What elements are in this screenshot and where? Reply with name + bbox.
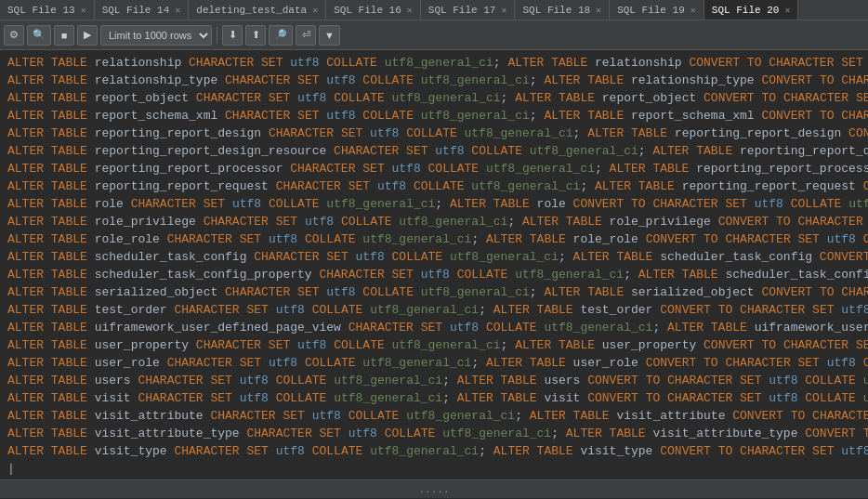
magnify-icon: 🔎 [274,29,287,41]
table-row: ALTER TABLE visit_type CHARACTER SET utf… [0,442,868,460]
tab-label: SQL File 17 [428,5,496,16]
table-row: ALTER TABLE relationship_type CHARACTER … [0,72,868,89]
table-row: ALTER TABLE users CHARACTER SET utf8 COL… [0,372,868,389]
table-row: ALTER TABLE test_order CHARACTER SET utf… [0,301,868,319]
tab-label: deleting_test_data [196,5,307,16]
code-scroll[interactable]: ALTER TABLE relationship CHARACTER SET u… [0,50,868,479]
cursor-line [0,460,868,478]
wrap-icon: ⏎ [302,29,310,41]
table-row: ALTER TABLE user_role CHARACTER SET utf8… [0,354,868,372]
search-icon: 🔍 [33,29,46,41]
tab-close-20[interactable]: ✕ [784,5,790,16]
code-area: ALTER TABLE relationship CHARACTER SET u… [0,50,868,479]
toolbar-search-btn[interactable]: 🔍 [27,25,51,46]
table-row: ALTER TABLE user_property CHARACTER SET … [0,336,868,354]
tab-close-17[interactable]: ✕ [501,5,506,16]
tab-close-14[interactable]: ✕ [175,5,180,16]
toolbar-more-btn[interactable]: ▼ [319,25,340,46]
toolbar-export-btn[interactable]: ⬇ [222,25,243,46]
status-text: ..... [418,484,449,495]
tab-close-19[interactable]: ✕ [690,5,696,16]
table-row: ALTER TABLE visit CHARACTER SET utf8 COL… [0,389,868,407]
tab-sql-16[interactable]: SQL File 16 ✕ [326,0,421,20]
tab-label: SQL File 13 [7,5,75,16]
table-row: ALTER TABLE report_schema_xml CHARACTER … [0,107,868,125]
tab-close-13[interactable]: ✕ [81,5,86,16]
tab-close-del[interactable]: ✕ [312,5,318,16]
table-row: ALTER TABLE reporting_report_processor C… [0,160,868,177]
tab-label: SQL File 14 [102,5,170,16]
table-row: ALTER TABLE uiframework_user_defined_pag… [0,319,868,336]
tab-label: SQL File 20 [712,5,780,16]
toolbar-icon-btn-1[interactable]: ⚙ [4,25,24,46]
more-icon: ▼ [324,30,335,41]
toolbar-run-btn[interactable]: ▶ [77,25,98,46]
table-row: ALTER TABLE role CHARACTER SET utf8 COLL… [0,195,868,213]
table-row: ALTER TABLE serialized_object CHARACTER … [0,283,868,301]
limit-select[interactable]: Limit to 1000 rows No Limit Limit to 200… [100,25,212,46]
table-row: ALTER TABLE visit_attribute_type CHARACT… [0,425,868,442]
table-row: ALTER TABLE role_role CHARACTER SET utf8… [0,230,868,248]
status-bar: ..... [0,479,868,498]
toolbar: ⚙ 🔍 ■ ▶ Limit to 1000 rows No Limit Limi… [0,20,868,50]
tab-sql-19[interactable]: SQL File 19 ✕ [610,0,704,20]
toolbar-divider-1 [217,27,217,44]
tab-label: SQL File 18 [522,5,590,16]
settings-icon: ⚙ [9,29,19,41]
tab-sql-18[interactable]: SQL File 18 ✕ [515,0,610,20]
tab-close-18[interactable]: ✕ [596,5,601,16]
toolbar-import-btn[interactable]: ⬆ [245,25,266,46]
run-icon: ▶ [84,29,91,41]
toolbar-stop-btn[interactable]: ■ [54,25,74,46]
tab-bar: SQL File 13 ✕ SQL File 14 ✕ deleting_tes… [0,0,868,20]
table-row: ALTER TABLE scheduler_task_config_proper… [0,266,868,283]
tab-sql-17[interactable]: SQL File 17 ✕ [421,0,516,20]
table-row: ALTER TABLE relationship CHARACTER SET u… [0,54,868,72]
import-icon: ⬆ [252,29,260,41]
tab-close-16[interactable]: ✕ [407,5,413,16]
tab-label: SQL File 16 [334,5,401,16]
table-row: ALTER TABLE scheduler_task_config CHARAC… [0,248,868,266]
toolbar-magnify-btn[interactable]: 🔎 [269,25,293,46]
code-container: ALTER TABLE relationship CHARACTER SET u… [0,54,868,478]
tab-sql-13[interactable]: SQL File 13 ✕ [0,0,95,20]
toolbar-wrap-btn[interactable]: ⏎ [296,25,316,46]
tab-sql-14[interactable]: SQL File 14 ✕ [95,0,190,20]
tab-label: SQL File 19 [617,5,685,16]
export-icon: ⬇ [229,29,237,41]
table-row: ALTER TABLE reporting_report_request CHA… [0,177,868,195]
table-row: ALTER TABLE role_privilege CHARACTER SET… [0,213,868,230]
stop-icon: ■ [61,30,68,41]
tab-deleting[interactable]: deleting_test_data ✕ [189,0,326,20]
table-row: ALTER TABLE visit_attribute CHARACTER SE… [0,407,868,425]
table-row: ALTER TABLE reporting_report_design_reso… [0,142,868,160]
table-row: ALTER TABLE report_object CHARACTER SET … [0,89,868,107]
table-row: ALTER TABLE reporting_report_design CHAR… [0,125,868,142]
tab-sql-20[interactable]: SQL File 20 ✕ [704,0,799,20]
